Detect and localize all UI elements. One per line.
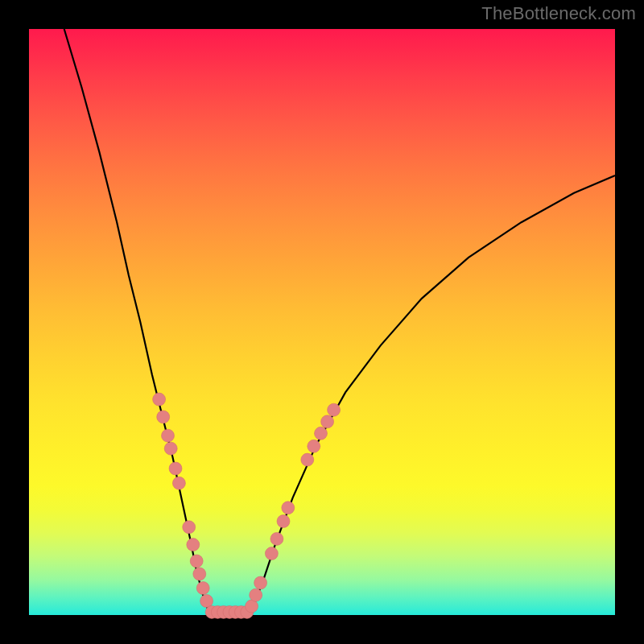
beads-left-upper-dot [164, 442, 177, 455]
beads-left-lower-dot [196, 582, 209, 595]
beads-left-lower-dot [193, 568, 206, 580]
beads-right-lower-dot [246, 600, 258, 613]
beads-right-upper-dot [308, 440, 320, 452]
beads-left-upper-dot [162, 429, 175, 442]
curve-group [64, 29, 615, 615]
beads-right-lower-dot [250, 588, 262, 601]
beads-right-mid-dot [277, 515, 290, 528]
beads-left-lower-dot [183, 521, 196, 534]
beads-left-lower-dot [200, 595, 213, 608]
beads-right-upper-dot [328, 403, 341, 416]
beads-right-upper-dot [301, 453, 314, 466]
beads-left-lower-dot [187, 539, 200, 551]
bottleneck-curve [64, 29, 615, 615]
beads-right-mid-dot [270, 532, 283, 545]
beads-left-upper-dot [169, 462, 182, 475]
chart-svg [29, 29, 615, 615]
beads-right-lower-dot [254, 576, 267, 589]
chart-frame: TheBottleneck.com [0, 0, 644, 644]
plot-area [29, 29, 615, 615]
beads-right-upper-dot [321, 415, 334, 428]
beads-left-upper-dot [157, 411, 170, 423]
beads-right-upper-dot [315, 427, 328, 440]
beads-left-upper-dot [153, 393, 166, 406]
bead-group [153, 393, 341, 618]
beads-left-upper-dot [172, 477, 185, 489]
watermark-text: TheBottleneck.com [481, 3, 636, 24]
beads-right-mid-dot [265, 547, 278, 560]
beads-right-mid-dot [282, 502, 295, 514]
beads-left-lower-dot [190, 555, 203, 568]
